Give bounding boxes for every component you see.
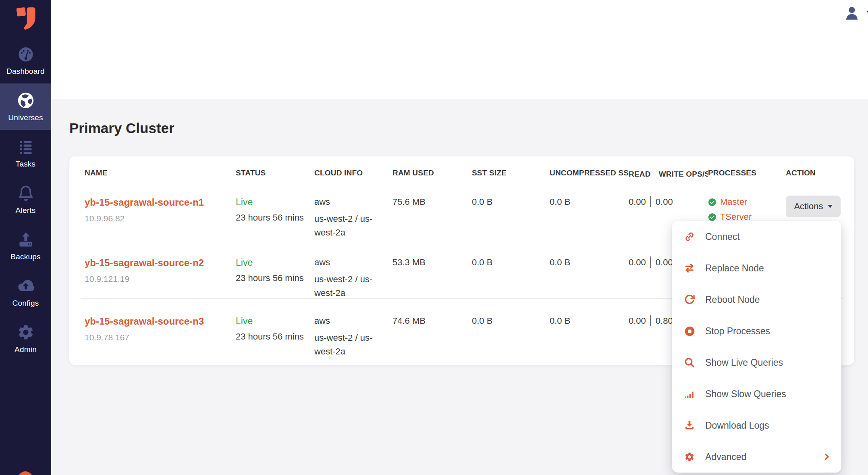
help-bubble-icon[interactable] <box>18 471 33 475</box>
master-process-link[interactable]: Master <box>720 197 747 207</box>
menu-item-label: Show Live Queries <box>705 357 831 368</box>
globe-icon <box>17 91 35 110</box>
node-uptime: 23 hours 56 mins <box>236 273 314 283</box>
user-menu[interactable] <box>843 5 868 22</box>
menu-item-stop-processes[interactable]: Stop Processes <box>672 315 841 347</box>
menu-item-label: Connect <box>705 231 831 242</box>
col-sst-size: SST SIZE <box>472 169 550 179</box>
cloud-provider: aws <box>314 316 392 326</box>
divider <box>650 196 651 207</box>
sidebar: Dashboard Universes <box>0 0 51 475</box>
sst-size: 0.0 B <box>472 257 550 300</box>
col-name: NAME <box>85 169 236 179</box>
sst-size: 0.0 B <box>472 316 550 365</box>
node-name-link[interactable]: yb-15-sagrawal-source-n2 <box>85 257 236 269</box>
cloud-provider: aws <box>314 257 392 268</box>
node-status: Live <box>236 316 314 327</box>
node-ip: 10.9.78.167 <box>85 333 236 342</box>
menu-item-reboot-node[interactable]: Reboot Node <box>672 284 841 315</box>
universe-header <box>51 0 868 99</box>
cloud-region: us-west-2 / us-west-2a <box>314 212 376 240</box>
menu-item-show-live-queries[interactable]: Show Live Queries <box>672 347 841 378</box>
menu-item-advanced[interactable]: Advanced <box>672 441 841 473</box>
node-status: Live <box>236 257 314 268</box>
sidebar-item-label: Configs <box>12 299 39 308</box>
sidebar-item-label: Admin <box>15 345 37 354</box>
ram-used: 74.6 MB <box>392 316 472 365</box>
cloud-upload-icon <box>17 277 35 295</box>
menu-item-show-slow-queries[interactable]: Show Slow Queries <box>672 378 841 410</box>
sidebar-item-alerts[interactable]: Alerts <box>0 176 51 223</box>
sidebar-item-label: Dashboard <box>6 67 45 76</box>
bar-chart-icon <box>683 388 696 400</box>
bell-icon <box>17 184 35 202</box>
check-circle-icon <box>708 213 716 221</box>
yugabyte-logo[interactable] <box>0 6 51 31</box>
menu-item-replace-node[interactable]: Replace Node <box>672 252 841 284</box>
download-icon <box>683 419 696 431</box>
col-processes: PROCESSES <box>708 169 786 179</box>
sidebar-item-label: Tasks <box>16 160 36 169</box>
sidebar-item-tasks[interactable]: Tasks <box>0 130 51 176</box>
uncompressed-sst: 0.0 B <box>550 197 629 240</box>
user-icon <box>843 5 860 22</box>
gear-icon <box>17 323 35 342</box>
section-title: Primary Cluster <box>69 120 174 136</box>
cloud-region: us-west-2 / us-west-2a <box>314 273 376 300</box>
task-list-icon <box>17 138 35 156</box>
sst-size: 0.0 B <box>472 197 550 240</box>
menu-item-label: Show Slow Queries <box>705 389 831 400</box>
table-header-row: NAME STATUS CLOUD INFO RAM USED SST SIZE… <box>69 156 854 179</box>
node-uptime: 23 hours 56 mins <box>236 331 314 342</box>
col-status: STATUS <box>236 169 314 179</box>
sidebar-item-universes[interactable]: Universes <box>0 83 51 130</box>
sidebar-item-label: Alerts <box>16 206 36 215</box>
menu-item-label: Advanced <box>705 452 822 462</box>
menu-item-label: Replace Node <box>705 263 831 274</box>
menu-item-label: Download Logs <box>705 420 831 431</box>
divider <box>650 256 651 268</box>
link-icon <box>683 231 696 243</box>
uncompressed-sst: 0.0 B <box>550 316 629 365</box>
chevron-down-icon <box>828 205 833 208</box>
sidebar-item-label: Backups <box>10 252 40 261</box>
sidebar-item-configs[interactable]: Configs <box>0 269 51 315</box>
uncompressed-sst: 0.0 B <box>550 257 629 300</box>
node-name-link[interactable]: yb-15-sagrawal-source-n3 <box>85 316 236 327</box>
ram-used: 75.6 MB <box>392 197 472 240</box>
col-read-write: READ WRITE OPS/S... <box>629 169 708 179</box>
reboot-icon <box>683 294 696 306</box>
sidebar-item-dashboard[interactable]: Dashboard <box>0 37 51 83</box>
chevron-right-icon <box>822 452 831 461</box>
node-actions-menu: Connect Replace Node Reboot Node Stop Pr… <box>672 221 841 473</box>
cloud-region: us-west-2 / us-west-2a <box>314 331 376 358</box>
node-ip: 10.9.96.82 <box>85 214 236 223</box>
ram-used: 53.3 MB <box>392 257 472 300</box>
check-circle-icon <box>708 198 716 206</box>
divider <box>650 315 651 326</box>
node-status: Live <box>236 197 314 208</box>
node-uptime: 23 hours 56 mins <box>236 212 314 223</box>
gauge-icon <box>17 45 35 63</box>
upload-server-icon <box>17 230 35 249</box>
col-uncompressed: UNCOMPRESSED SS... <box>550 169 629 179</box>
menu-item-download-logs[interactable]: Download Logs <box>672 410 841 441</box>
node-actions-button[interactable]: Actions <box>786 196 841 217</box>
col-cloud-info: CLOUD INFO <box>314 169 392 179</box>
stop-circle-icon <box>683 325 696 337</box>
sidebar-nav: Dashboard Universes <box>0 37 51 362</box>
swap-arrows-icon <box>683 262 696 274</box>
menu-item-connect[interactable]: Connect <box>672 221 841 252</box>
search-icon <box>683 356 696 369</box>
sidebar-item-backups[interactable]: Backups <box>0 223 51 269</box>
col-action: ACTION <box>786 169 843 179</box>
cloud-provider: aws <box>314 197 392 207</box>
col-ram-used: RAM USED <box>392 169 472 179</box>
sidebar-item-label: Universes <box>8 113 43 122</box>
gear-icon <box>683 451 696 463</box>
sidebar-item-admin[interactable]: Admin <box>0 315 51 362</box>
node-name-link[interactable]: yb-15-sagrawal-source-n1 <box>85 197 236 208</box>
menu-item-label: Reboot Node <box>705 294 831 305</box>
node-ip: 10.9.121.19 <box>85 274 236 284</box>
menu-item-label: Stop Processes <box>705 326 831 337</box>
